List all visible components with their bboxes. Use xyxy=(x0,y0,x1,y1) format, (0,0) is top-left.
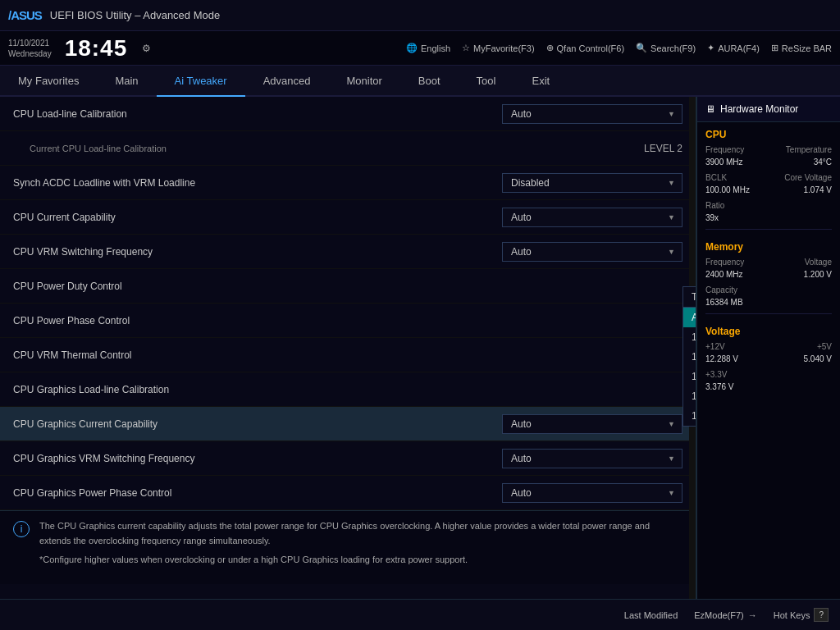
hw-cpu-temp-value: 34°C xyxy=(814,158,832,167)
hw-mem-freq-label: Frequency xyxy=(705,258,744,267)
cpu-graphics-power-dropdown[interactable]: Auto xyxy=(502,483,682,503)
cpu-current-cap-btn[interactable]: Auto xyxy=(502,208,682,227)
cpu-graphics-load-label: CPU Graphics Load-line Calibration xyxy=(13,384,682,395)
cpu-graphics-current-btn[interactable]: Auto xyxy=(502,414,682,434)
cpu-vrm-switch-btn[interactable]: Auto xyxy=(502,242,682,262)
dd-option-140[interactable]: 140% xyxy=(683,406,696,426)
bios-title: UEFI BIOS Utility – Advanced Mode xyxy=(50,9,220,21)
cpu-load-line-dropdown[interactable]: Auto xyxy=(502,104,682,124)
dd-option-110[interactable]: 110% xyxy=(683,347,696,367)
dd-option-120[interactable]: 120% xyxy=(683,367,696,386)
row-cpu-power-phase: CPU Power Phase Control xyxy=(0,304,696,338)
topbar-resizebar-label: ReSize BAR xyxy=(782,43,832,53)
cpu-power-phase-label: CPU Power Phase Control xyxy=(13,315,682,326)
dd-option-130[interactable]: 130% xyxy=(683,386,696,406)
nav-exit[interactable]: Exit xyxy=(514,66,568,97)
nav-advanced[interactable]: Advanced xyxy=(245,66,329,97)
cpu-vrm-switch-label: CPU VRM Switching Frequency xyxy=(13,246,502,258)
hw-cpu-bclk-value: 100.00 MHz xyxy=(705,185,750,194)
topbar-english-label: English xyxy=(421,43,450,53)
cpu-graphics-power-label: CPU Graphics Power Phase Control xyxy=(13,487,502,499)
monitor-icon: 🖥 xyxy=(705,103,715,115)
current-cpu-load-value: LEVEL 2 xyxy=(644,143,682,154)
nav-monitor[interactable]: Monitor xyxy=(329,66,400,97)
dd-option-100[interactable]: 100% xyxy=(683,327,696,347)
hw-volt-33-value: 3.376 V xyxy=(705,382,733,391)
cpu-current-cap-dropdown[interactable]: Auto xyxy=(502,208,682,227)
topbar-english[interactable]: 🌐 English xyxy=(406,43,450,53)
hw-mem-freq-label-row: Frequency Voltage xyxy=(697,256,840,268)
hw-mem-cap-val-row: 16384 MB xyxy=(697,296,840,308)
cpu-graphics-power-btn[interactable]: Auto xyxy=(502,483,682,503)
footer: Last Modified EzMode(F7) → Hot Keys ? xyxy=(0,599,840,630)
main-content: CPU Load-line Calibration Auto Current C… xyxy=(0,97,840,599)
fan-icon: ⊕ xyxy=(546,43,554,53)
hw-cpu-ratio-label-row: Ratio xyxy=(697,199,840,212)
synch-acdc-btn[interactable]: Disabled xyxy=(502,173,682,193)
hw-cpu-ratio-label: Ratio xyxy=(705,201,724,210)
row-cpu-current-cap: CPU Current Capability Auto xyxy=(0,200,696,235)
row-cpu-vrm-thermal: CPU VRM Thermal Control xyxy=(0,338,696,372)
row-synch-acdc: Synch ACDC Loadline with VRM Loadline Di… xyxy=(0,166,696,200)
hw-cpu-corevolt-value: 1.074 V xyxy=(804,185,832,194)
hw-cpu-freq-label: Frequency xyxy=(705,145,744,154)
cpu-graphics-vrm-dropdown[interactable]: Auto xyxy=(502,449,682,468)
hw-mem-volt-label: Voltage xyxy=(805,258,832,267)
cpu-power-duty-label: CPU Power Duty Control xyxy=(13,281,682,292)
hw-mem-cap-value: 16384 MB xyxy=(705,298,743,307)
cpu-graphics-vrm-btn[interactable]: Auto xyxy=(502,449,682,468)
cpu-vrm-switch-dropdown[interactable]: Auto xyxy=(502,242,682,262)
search-icon: 🔍 xyxy=(636,43,647,53)
topbar-aura[interactable]: ✦ AURA(F4) xyxy=(707,43,760,53)
ez-mode-arrow-icon: → xyxy=(748,610,757,620)
cpu-graphics-power-value: Auto xyxy=(511,487,532,499)
synch-acdc-dropdown[interactable]: Disabled xyxy=(502,173,682,193)
row-cpu-graphics-vrm: CPU Graphics VRM Switching Frequency Aut… xyxy=(0,441,696,476)
cpu-power-duty-trigger[interactable]: T.Probe xyxy=(683,287,696,308)
topbar-search-label: Search(F9) xyxy=(651,43,696,53)
hw-mem-cap-label-row: Capacity xyxy=(697,284,840,296)
last-modified-btn[interactable]: Last Modified xyxy=(624,610,678,620)
hw-volt-12-value: 12.288 V xyxy=(705,354,738,363)
gear-icon[interactable]: ⚙ xyxy=(142,43,151,54)
topbar-resizebar[interactable]: ⊞ ReSize BAR xyxy=(771,43,832,53)
topbar-qfan[interactable]: ⊕ Qfan Control(F6) xyxy=(546,43,625,53)
ez-mode-label: EzMode(F7) xyxy=(694,610,744,620)
cpu-graphics-vrm-label: CPU Graphics VRM Switching Frequency xyxy=(13,453,502,464)
row-cpu-graphics-power: CPU Graphics Power Phase Control Auto xyxy=(0,476,696,510)
hw-volt-5-label: +5V xyxy=(817,342,832,351)
cpu-graphics-current-dropdown[interactable]: Auto xyxy=(502,414,682,434)
info-text: The CPU Graphics current capability adju… xyxy=(39,519,682,576)
topbar-myfavorite[interactable]: ☆ MyFavorite(F3) xyxy=(462,43,535,53)
navigation: My Favorites Main Ai Tweaker Advanced Mo… xyxy=(0,66,840,97)
topbar-aura-label: AURA(F4) xyxy=(718,43,760,53)
cpu-power-duty-open-dropdown: T.Probe Auto 100% 110% 120% 130% 140% xyxy=(682,286,696,427)
nav-boot[interactable]: Boot xyxy=(400,66,459,97)
globe-icon: 🌐 xyxy=(406,43,418,53)
star-icon: ☆ xyxy=(462,43,470,53)
hw-cpu-freq-value: 3900 MHz xyxy=(705,158,743,167)
hw-volt-5-value: 5.040 V xyxy=(804,354,832,363)
synch-acdc-label: Synch ACDC Loadline with VRM Loadline xyxy=(13,177,502,189)
cpu-load-line-btn[interactable]: Auto xyxy=(502,104,682,124)
topbar-myfavorite-label: MyFavorite(F3) xyxy=(473,43,535,53)
synch-acdc-value: Disabled xyxy=(511,177,550,189)
topbar-search[interactable]: 🔍 Search(F9) xyxy=(636,43,696,53)
row-current-cpu-load: Current CPU Load-line Calibration LEVEL … xyxy=(0,131,696,166)
cpu-graphics-vrm-value: Auto xyxy=(511,453,532,464)
hw-cpu-bclk-row: BCLK Core Voltage xyxy=(697,171,840,184)
dd-option-auto[interactable]: Auto xyxy=(683,308,696,327)
nav-tool[interactable]: Tool xyxy=(459,66,514,97)
info-sub-text: *Configure higher values when overclocki… xyxy=(39,553,682,568)
hot-keys-btn[interactable]: Hot Keys ? xyxy=(774,608,829,622)
hw-volt-33-val-row: 3.376 V xyxy=(697,381,840,393)
nav-main[interactable]: Main xyxy=(97,66,156,97)
clock-bar: 11/10/2021 Wednesday 18:45 ⚙ 🌐 English ☆… xyxy=(0,31,840,66)
hw-cpu-ratio-value: 39x xyxy=(705,213,719,222)
clock-display: 18:45 xyxy=(65,35,128,62)
ez-mode-btn[interactable]: EzMode(F7) → xyxy=(694,610,757,620)
hw-volt-12-label-row: +12V +5V xyxy=(697,340,840,353)
nav-ai-tweaker[interactable]: Ai Tweaker xyxy=(157,66,245,97)
nav-my-favorites[interactable]: My Favorites xyxy=(0,66,97,97)
cpu-graphics-current-label: CPU Graphics Current Capability xyxy=(13,418,502,430)
